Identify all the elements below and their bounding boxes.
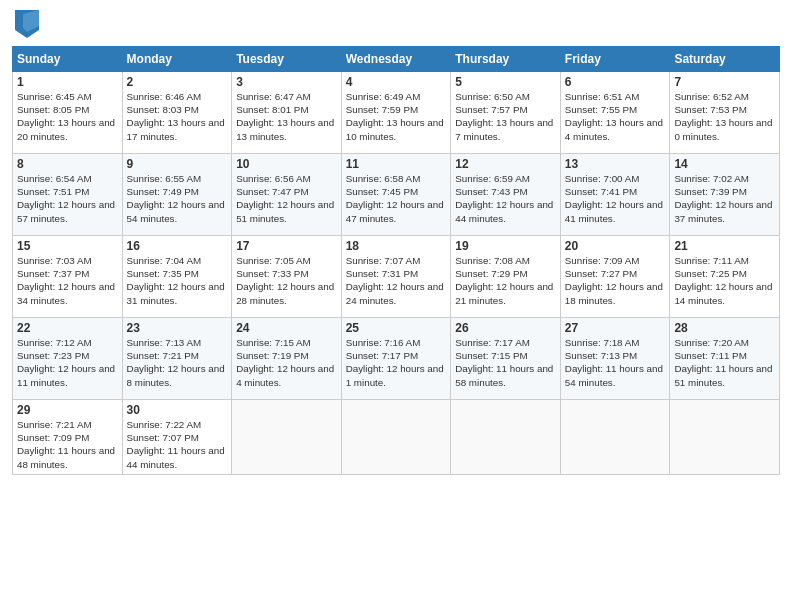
calendar-cell: 1Sunrise: 6:45 AM Sunset: 8:05 PM Daylig… (13, 72, 123, 154)
calendar-day-header: Wednesday (341, 47, 451, 72)
calendar-day-header: Monday (122, 47, 232, 72)
day-number: 13 (565, 157, 666, 171)
day-number: 23 (127, 321, 228, 335)
calendar-cell (232, 400, 342, 475)
day-number: 29 (17, 403, 118, 417)
day-info: Sunrise: 6:49 AM Sunset: 7:59 PM Dayligh… (346, 90, 447, 143)
calendar-cell: 9Sunrise: 6:55 AM Sunset: 7:49 PM Daylig… (122, 154, 232, 236)
calendar-cell: 20Sunrise: 7:09 AM Sunset: 7:27 PM Dayli… (560, 236, 670, 318)
calendar-cell: 28Sunrise: 7:20 AM Sunset: 7:11 PM Dayli… (670, 318, 780, 400)
calendar-cell: 27Sunrise: 7:18 AM Sunset: 7:13 PM Dayli… (560, 318, 670, 400)
day-info: Sunrise: 6:52 AM Sunset: 7:53 PM Dayligh… (674, 90, 775, 143)
calendar-header-row: SundayMondayTuesdayWednesdayThursdayFrid… (13, 47, 780, 72)
day-info: Sunrise: 7:12 AM Sunset: 7:23 PM Dayligh… (17, 336, 118, 389)
day-number: 24 (236, 321, 337, 335)
day-number: 28 (674, 321, 775, 335)
calendar-cell: 15Sunrise: 7:03 AM Sunset: 7:37 PM Dayli… (13, 236, 123, 318)
calendar-cell: 4Sunrise: 6:49 AM Sunset: 7:59 PM Daylig… (341, 72, 451, 154)
day-number: 8 (17, 157, 118, 171)
day-number: 9 (127, 157, 228, 171)
day-info: Sunrise: 6:58 AM Sunset: 7:45 PM Dayligh… (346, 172, 447, 225)
day-number: 25 (346, 321, 447, 335)
day-number: 18 (346, 239, 447, 253)
day-number: 4 (346, 75, 447, 89)
logo-icon (15, 10, 39, 38)
day-info: Sunrise: 7:18 AM Sunset: 7:13 PM Dayligh… (565, 336, 666, 389)
calendar-cell: 5Sunrise: 6:50 AM Sunset: 7:57 PM Daylig… (451, 72, 561, 154)
calendar-day-header: Saturday (670, 47, 780, 72)
day-info: Sunrise: 6:59 AM Sunset: 7:43 PM Dayligh… (455, 172, 556, 225)
day-info: Sunrise: 7:22 AM Sunset: 7:07 PM Dayligh… (127, 418, 228, 471)
calendar-cell: 19Sunrise: 7:08 AM Sunset: 7:29 PM Dayli… (451, 236, 561, 318)
day-number: 2 (127, 75, 228, 89)
page-container: SundayMondayTuesdayWednesdayThursdayFrid… (0, 0, 792, 612)
day-info: Sunrise: 7:02 AM Sunset: 7:39 PM Dayligh… (674, 172, 775, 225)
calendar-cell: 23Sunrise: 7:13 AM Sunset: 7:21 PM Dayli… (122, 318, 232, 400)
calendar-cell: 22Sunrise: 7:12 AM Sunset: 7:23 PM Dayli… (13, 318, 123, 400)
calendar-day-header: Thursday (451, 47, 561, 72)
calendar-cell: 2Sunrise: 6:46 AM Sunset: 8:03 PM Daylig… (122, 72, 232, 154)
calendar-cell: 12Sunrise: 6:59 AM Sunset: 7:43 PM Dayli… (451, 154, 561, 236)
day-number: 16 (127, 239, 228, 253)
day-info: Sunrise: 7:21 AM Sunset: 7:09 PM Dayligh… (17, 418, 118, 471)
day-info: Sunrise: 7:07 AM Sunset: 7:31 PM Dayligh… (346, 254, 447, 307)
day-number: 12 (455, 157, 556, 171)
calendar-cell: 30Sunrise: 7:22 AM Sunset: 7:07 PM Dayli… (122, 400, 232, 475)
day-info: Sunrise: 6:54 AM Sunset: 7:51 PM Dayligh… (17, 172, 118, 225)
day-number: 10 (236, 157, 337, 171)
logo (12, 10, 39, 38)
day-number: 14 (674, 157, 775, 171)
header (12, 10, 780, 38)
calendar-table: SundayMondayTuesdayWednesdayThursdayFrid… (12, 46, 780, 475)
calendar-cell: 11Sunrise: 6:58 AM Sunset: 7:45 PM Dayli… (341, 154, 451, 236)
day-number: 20 (565, 239, 666, 253)
day-info: Sunrise: 6:55 AM Sunset: 7:49 PM Dayligh… (127, 172, 228, 225)
day-info: Sunrise: 7:15 AM Sunset: 7:19 PM Dayligh… (236, 336, 337, 389)
day-number: 27 (565, 321, 666, 335)
day-info: Sunrise: 6:47 AM Sunset: 8:01 PM Dayligh… (236, 90, 337, 143)
day-number: 7 (674, 75, 775, 89)
day-number: 22 (17, 321, 118, 335)
day-info: Sunrise: 7:13 AM Sunset: 7:21 PM Dayligh… (127, 336, 228, 389)
calendar-cell (670, 400, 780, 475)
calendar-day-header: Friday (560, 47, 670, 72)
calendar-cell: 10Sunrise: 6:56 AM Sunset: 7:47 PM Dayli… (232, 154, 342, 236)
calendar-cell (451, 400, 561, 475)
day-info: Sunrise: 7:16 AM Sunset: 7:17 PM Dayligh… (346, 336, 447, 389)
day-info: Sunrise: 6:46 AM Sunset: 8:03 PM Dayligh… (127, 90, 228, 143)
calendar-cell: 3Sunrise: 6:47 AM Sunset: 8:01 PM Daylig… (232, 72, 342, 154)
calendar-week-row: 29Sunrise: 7:21 AM Sunset: 7:09 PM Dayli… (13, 400, 780, 475)
day-number: 17 (236, 239, 337, 253)
day-number: 30 (127, 403, 228, 417)
day-info: Sunrise: 7:05 AM Sunset: 7:33 PM Dayligh… (236, 254, 337, 307)
calendar-day-header: Tuesday (232, 47, 342, 72)
day-info: Sunrise: 7:11 AM Sunset: 7:25 PM Dayligh… (674, 254, 775, 307)
calendar-cell: 7Sunrise: 6:52 AM Sunset: 7:53 PM Daylig… (670, 72, 780, 154)
calendar-cell: 26Sunrise: 7:17 AM Sunset: 7:15 PM Dayli… (451, 318, 561, 400)
calendar-cell: 8Sunrise: 6:54 AM Sunset: 7:51 PM Daylig… (13, 154, 123, 236)
calendar-week-row: 22Sunrise: 7:12 AM Sunset: 7:23 PM Dayli… (13, 318, 780, 400)
day-info: Sunrise: 7:03 AM Sunset: 7:37 PM Dayligh… (17, 254, 118, 307)
day-info: Sunrise: 7:17 AM Sunset: 7:15 PM Dayligh… (455, 336, 556, 389)
calendar-cell: 13Sunrise: 7:00 AM Sunset: 7:41 PM Dayli… (560, 154, 670, 236)
calendar-week-row: 15Sunrise: 7:03 AM Sunset: 7:37 PM Dayli… (13, 236, 780, 318)
day-number: 1 (17, 75, 118, 89)
calendar-week-row: 8Sunrise: 6:54 AM Sunset: 7:51 PM Daylig… (13, 154, 780, 236)
day-number: 19 (455, 239, 556, 253)
day-number: 11 (346, 157, 447, 171)
day-number: 21 (674, 239, 775, 253)
day-info: Sunrise: 7:08 AM Sunset: 7:29 PM Dayligh… (455, 254, 556, 307)
day-info: Sunrise: 6:51 AM Sunset: 7:55 PM Dayligh… (565, 90, 666, 143)
calendar-cell: 6Sunrise: 6:51 AM Sunset: 7:55 PM Daylig… (560, 72, 670, 154)
calendar-cell (341, 400, 451, 475)
day-info: Sunrise: 7:09 AM Sunset: 7:27 PM Dayligh… (565, 254, 666, 307)
calendar-cell: 17Sunrise: 7:05 AM Sunset: 7:33 PM Dayli… (232, 236, 342, 318)
calendar-cell: 29Sunrise: 7:21 AM Sunset: 7:09 PM Dayli… (13, 400, 123, 475)
day-info: Sunrise: 7:20 AM Sunset: 7:11 PM Dayligh… (674, 336, 775, 389)
day-number: 3 (236, 75, 337, 89)
day-number: 6 (565, 75, 666, 89)
calendar-cell: 21Sunrise: 7:11 AM Sunset: 7:25 PM Dayli… (670, 236, 780, 318)
day-number: 15 (17, 239, 118, 253)
calendar-cell (560, 400, 670, 475)
calendar-cell: 16Sunrise: 7:04 AM Sunset: 7:35 PM Dayli… (122, 236, 232, 318)
